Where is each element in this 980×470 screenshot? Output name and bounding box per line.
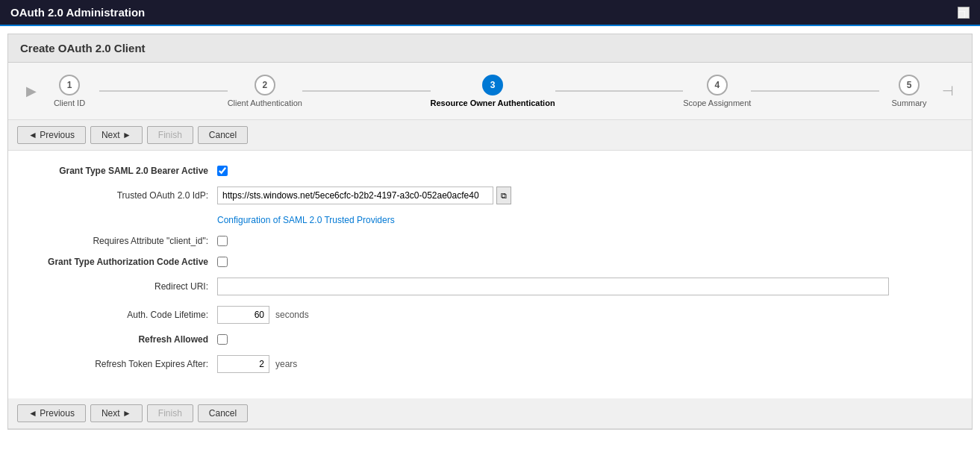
top-toolbar: ◄ Previous Next ► Finish Cancel	[8, 120, 972, 151]
wizard-end-arrow: ⊣	[942, 83, 954, 99]
main-panel: Create OAuth 2.0 Client ▶ 1 Client ID 2 …	[7, 34, 973, 430]
finish-button-bottom[interactable]: Finish	[147, 404, 193, 422]
refresh-allowed-label: Refresh Allowed	[31, 334, 217, 345]
auth-code-lifetime-suffix: seconds	[275, 310, 309, 320]
cancel-button-top[interactable]: Cancel	[198, 126, 248, 144]
saml-bearer-row: Grant Type SAML 2.0 Bearer Active	[31, 166, 949, 176]
step-2: 2 Client Authentication	[228, 75, 302, 107]
requires-attribute-checkbox[interactable]	[217, 236, 228, 246]
step-4-circle: 4	[707, 75, 728, 95]
saml-providers-link-row: Configuration of SAML 2.0 Trusted Provid…	[31, 215, 949, 225]
panel-header: Create OAuth 2.0 Client	[8, 34, 972, 63]
trusted-idp-input[interactable]	[217, 187, 493, 204]
step-1-label: Client ID	[54, 98, 85, 107]
auth-code-checkbox[interactable]	[217, 257, 228, 267]
step-3-circle: 3	[482, 75, 503, 95]
step-3: 3 Resource Owner Authentication	[431, 75, 555, 107]
step-1: 1 Client ID	[40, 75, 99, 107]
step-5: 5 Summary	[879, 75, 939, 107]
saml-bearer-checkbox[interactable]	[217, 166, 228, 176]
redirect-uri-input[interactable]	[217, 278, 889, 295]
next-button-bottom[interactable]: Next ►	[90, 404, 143, 422]
title-bar: OAuth 2.0 Administration □	[0, 0, 980, 26]
app-title: OAuth 2.0 Administration	[10, 6, 145, 19]
panel-title: Create OAuth 2.0 Client	[20, 42, 146, 54]
connector-3-4	[555, 90, 684, 92]
connector-2-3	[302, 90, 431, 92]
copy-idp-button[interactable]: ⧉	[496, 187, 511, 204]
refresh-token-expires-label: Refresh Token Expires After:	[31, 359, 217, 369]
requires-attribute-row: Requires Attribute "client_id":	[31, 236, 949, 246]
cancel-button-bottom[interactable]: Cancel	[198, 404, 248, 422]
step-4: 4 Scope Assignment	[683, 75, 751, 107]
trusted-idp-label: Trusted OAuth 2.0 IdP:	[31, 190, 217, 201]
saml-bearer-label: Grant Type SAML 2.0 Bearer Active	[31, 166, 217, 176]
refresh-token-expires-row: Refresh Token Expires After: years	[31, 355, 949, 373]
requires-attribute-label: Requires Attribute "client_id":	[31, 236, 217, 246]
redirect-uri-label: Redirect URI:	[31, 281, 217, 292]
refresh-token-expires-input[interactable]	[217, 355, 269, 373]
auth-code-lifetime-row: Auth. Code Lifetime: seconds	[31, 306, 949, 324]
steps-row: ▶ 1 Client ID 2 Client Authentication 3 …	[23, 75, 957, 107]
previous-button-bottom[interactable]: ◄ Previous	[17, 404, 86, 422]
form-section: Grant Type SAML 2.0 Bearer Active Truste…	[8, 151, 972, 398]
auth-code-lifetime-label: Auth. Code Lifetime:	[31, 310, 217, 320]
step-5-circle: 5	[899, 75, 920, 95]
connector-4-5	[751, 90, 879, 92]
step-2-label: Client Authentication	[228, 98, 302, 107]
step-3-label: Resource Owner Authentication	[431, 98, 555, 107]
trusted-idp-row: Trusted OAuth 2.0 IdP: ⧉	[31, 187, 949, 204]
bottom-toolbar: ◄ Previous Next ► Finish Cancel	[8, 398, 972, 429]
refresh-allowed-checkbox[interactable]	[217, 334, 228, 345]
window-button[interactable]: □	[958, 7, 970, 19]
finish-button-top[interactable]: Finish	[147, 126, 193, 144]
step-5-label: Summary	[891, 98, 926, 107]
refresh-allowed-row: Refresh Allowed	[31, 334, 949, 345]
redirect-uri-row: Redirect URI:	[31, 278, 949, 295]
wizard-steps: ▶ 1 Client ID 2 Client Authentication 3 …	[8, 63, 972, 120]
connector-1-2	[99, 90, 228, 92]
previous-button-top[interactable]: ◄ Previous	[17, 126, 86, 144]
trusted-idp-input-group: ⧉	[217, 187, 511, 204]
refresh-token-expires-suffix: years	[275, 359, 297, 369]
saml-providers-link[interactable]: Configuration of SAML 2.0 Trusted Provid…	[217, 215, 395, 225]
wizard-start-arrow: ▶	[26, 83, 37, 99]
auth-code-row: Grant Type Authorization Code Active	[31, 257, 949, 267]
step-1-circle: 1	[59, 75, 80, 95]
step-2-circle: 2	[255, 75, 275, 95]
auth-code-lifetime-input[interactable]	[217, 306, 269, 324]
next-button-top[interactable]: Next ►	[90, 126, 143, 144]
auth-code-label: Grant Type Authorization Code Active	[31, 257, 217, 267]
step-4-label: Scope Assignment	[683, 98, 751, 107]
